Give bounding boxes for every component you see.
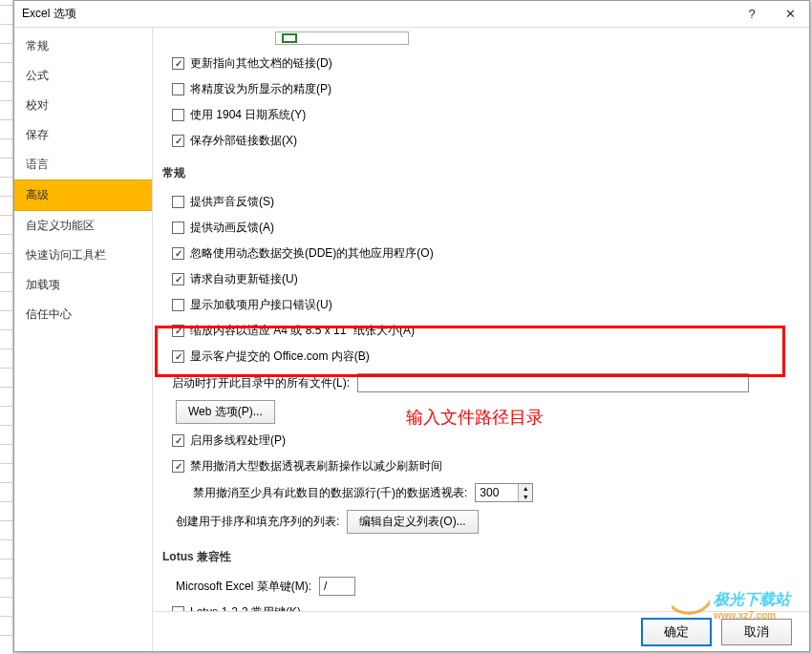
lotus-menu-key-input[interactable] <box>319 577 355 596</box>
close-button[interactable]: ✕ <box>771 1 809 28</box>
checkbox-icon[interactable] <box>172 273 184 285</box>
checkbox-icon[interactable] <box>172 299 184 311</box>
option-auto-update-links[interactable]: 请求自动更新链接(U) <box>162 266 792 292</box>
checkbox-icon[interactable] <box>172 247 184 260</box>
option-disable-pivot-undo[interactable]: 禁用撤消大型数据透视表刷新操作以减少刷新时间 <box>162 454 792 479</box>
help-button[interactable]: ? <box>733 1 771 28</box>
lotus-menu-key-label: Microsoft Excel 菜单键(M): <box>176 579 311 595</box>
sidebar-item-formulas[interactable]: 公式 <box>14 61 152 91</box>
ok-button[interactable]: 确定 <box>641 618 712 646</box>
option-office-content[interactable]: 显示客户提交的 Office.com 内容(B) <box>162 344 792 369</box>
checkbox-icon[interactable] <box>172 109 184 121</box>
sidebar-item-proofing[interactable]: 校对 <box>14 91 152 120</box>
startup-path-row: 启动时打开此目录中的所有文件(L): <box>162 369 792 396</box>
checkbox-icon[interactable] <box>172 196 184 208</box>
option-addin-errors[interactable]: 显示加载项用户接口错误(U) <box>162 292 792 318</box>
truncated-dropdown[interactable] <box>275 32 409 45</box>
dialog-body: 常规 公式 校对 保存 语言 高级 自定义功能区 快速访问工具栏 加载项 信任中… <box>14 28 809 651</box>
custom-list-label: 创建用于排序和填充序列的列表: <box>176 514 339 530</box>
option-sound-feedback[interactable]: 提供声音反馈(S) <box>162 189 792 215</box>
checkbox-icon[interactable] <box>172 83 184 95</box>
checkbox-icon[interactable] <box>172 222 184 234</box>
checkbox-icon[interactable] <box>172 350 184 363</box>
section-lotus: Lotus 兼容性 <box>162 538 792 573</box>
checkbox-icon[interactable] <box>172 606 184 611</box>
option-scale-paper[interactable]: 缩放内容以适应 A4 或 8.5 x 11" 纸张大小(A) <box>162 318 792 344</box>
checkbox-icon[interactable] <box>172 135 184 147</box>
undo-threshold-spinner[interactable]: ▲ ▼ <box>475 483 533 502</box>
sidebar-item-save[interactable]: 保存 <box>14 120 152 150</box>
content-panel: 更新指向其他文档的链接(D) 将精度设为所显示的精度(P) 使用 1904 日期… <box>153 28 809 611</box>
option-multithread[interactable]: 启用多线程处理(P) <box>162 428 792 454</box>
dialog-footer: 确定 取消 <box>153 611 809 651</box>
option-lotus-transition[interactable]: Lotus 1-2-3 常用键(K) <box>162 600 792 611</box>
checkbox-icon[interactable] <box>172 325 184 337</box>
sidebar-item-quick-access[interactable]: 快速访问工具栏 <box>14 241 152 270</box>
content-wrapper: 更新指向其他文档的链接(D) 将精度设为所显示的精度(P) 使用 1904 日期… <box>153 28 809 651</box>
spin-up-icon[interactable]: ▲ <box>519 484 532 493</box>
spin-down-icon[interactable]: ▼ <box>519 493 532 501</box>
sidebar-item-advanced[interactable]: 高级 <box>14 179 152 211</box>
sidebar-item-customize-ribbon[interactable]: 自定义功能区 <box>14 211 152 241</box>
checkbox-icon[interactable] <box>172 460 184 473</box>
sidebar-item-general[interactable]: 常规 <box>14 32 152 61</box>
dialog-title: Excel 选项 <box>22 6 733 22</box>
checkbox-icon[interactable] <box>172 434 184 447</box>
sidebar: 常规 公式 校对 保存 语言 高级 自定义功能区 快速访问工具栏 加载项 信任中… <box>14 28 153 651</box>
option-update-links[interactable]: 更新指向其他文档的链接(D) <box>162 51 792 76</box>
workbook-icon <box>282 33 297 43</box>
lotus-menu-key-row: Microsoft Excel 菜单键(M): <box>162 573 792 600</box>
undo-threshold-input[interactable] <box>476 484 518 501</box>
option-precision[interactable]: 将精度设为所显示的精度(P) <box>162 76 792 102</box>
option-1904-date[interactable]: 使用 1904 日期系统(Y) <box>162 102 792 128</box>
startup-path-label: 启动时打开此目录中的所有文件(L): <box>172 375 350 391</box>
cancel-button[interactable]: 取消 <box>721 619 792 645</box>
startup-path-input[interactable] <box>357 373 749 392</box>
undo-threshold-label: 禁用撤消至少具有此数目的数据源行(千)的数据透视表: <box>193 485 467 501</box>
checkbox-icon[interactable] <box>172 57 184 70</box>
spreadsheet-grid-bg <box>0 0 13 654</box>
option-animation-feedback[interactable]: 提供动画反馈(A) <box>162 215 792 241</box>
web-options-button[interactable]: Web 选项(P)... <box>176 400 275 424</box>
titlebar: Excel 选项 ? ✕ <box>14 1 809 28</box>
section-general: 常规 <box>162 154 792 189</box>
custom-list-row: 创建用于排序和填充序列的列表: 编辑自定义列表(O)... <box>162 506 792 538</box>
undo-threshold-row: 禁用撤消至少具有此数目的数据源行(千)的数据透视表: ▲ ▼ <box>162 479 792 506</box>
edit-custom-list-button[interactable]: 编辑自定义列表(O)... <box>347 510 478 534</box>
sidebar-item-trust-center[interactable]: 信任中心 <box>14 300 152 329</box>
excel-options-dialog: Excel 选项 ? ✕ 常规 公式 校对 保存 语言 高级 自定义功能区 快速… <box>13 0 810 652</box>
sidebar-item-addins[interactable]: 加载项 <box>14 270 152 300</box>
option-ignore-dde[interactable]: 忽略使用动态数据交换(DDE)的其他应用程序(O) <box>162 241 792 266</box>
sidebar-item-language[interactable]: 语言 <box>14 150 152 179</box>
web-options-row: Web 选项(P)... <box>162 396 792 428</box>
option-save-external-links[interactable]: 保存外部链接数据(X) <box>162 128 792 154</box>
